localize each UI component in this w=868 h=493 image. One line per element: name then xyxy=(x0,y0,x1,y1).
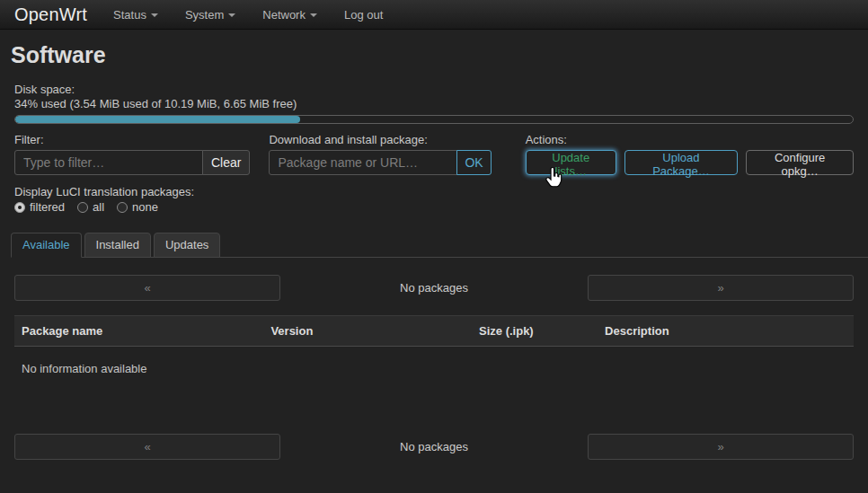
column-package-name: Package name xyxy=(14,324,263,338)
actions-label: Actions: xyxy=(526,133,854,147)
nav-item-system[interactable]: System xyxy=(172,0,249,30)
nav-item-system-label: System xyxy=(185,8,224,22)
tab-updates[interactable]: Updates xyxy=(154,233,220,258)
disk-progress-fill xyxy=(15,116,300,123)
disk-usage-text: 34% used (3.54 MiB used of 10.19 MiB, 6.… xyxy=(14,97,854,111)
ok-button[interactable]: OK xyxy=(456,150,491,175)
translation-section: Display LuCI translation packages: filte… xyxy=(14,185,854,214)
radio-none-label: none xyxy=(132,200,158,214)
pager-prev-button[interactable]: « xyxy=(14,275,280,301)
pager-prev-button[interactable]: « xyxy=(14,434,280,460)
software-page: Software Disk space: 34% used (3.54 MiB … xyxy=(0,41,868,460)
nav-item-network[interactable]: Network xyxy=(249,0,331,30)
chevron-down-icon xyxy=(310,13,317,17)
page-title: Software xyxy=(11,41,854,68)
nav-item-logout[interactable]: Log out xyxy=(331,0,396,30)
disk-space-section: Disk space: 34% used (3.54 MiB used of 1… xyxy=(14,83,854,124)
filter-section: Filter: Clear xyxy=(14,133,250,175)
disk-space-label: Disk space: xyxy=(14,83,854,97)
upload-package-button[interactable]: Upload Package… xyxy=(624,150,739,175)
nav-item-logout-label: Log out xyxy=(344,8,383,22)
clear-button[interactable]: Clear xyxy=(202,150,250,175)
controls-row: Filter: Clear Download and install packa… xyxy=(14,133,854,175)
disk-progress-bar xyxy=(14,115,854,124)
radio-filtered-label: filtered xyxy=(30,200,65,214)
column-size: Size (.ipk) xyxy=(472,324,598,338)
actions-section: Actions: Update lists… Upload Package… C… xyxy=(526,133,854,175)
radio-filtered[interactable]: filtered xyxy=(14,200,65,214)
update-lists-button[interactable]: Update lists… xyxy=(526,150,616,175)
pager-top: « No packages » xyxy=(14,275,854,301)
pager-next-button[interactable]: » xyxy=(588,275,854,301)
column-description: Description xyxy=(598,324,854,338)
pager-status: No packages xyxy=(280,440,588,453)
radio-all-label: all xyxy=(93,200,104,214)
package-table-header: Package name Version Size (.ipk) Descrip… xyxy=(14,315,854,347)
filter-input[interactable] xyxy=(14,150,203,175)
radio-all[interactable]: all xyxy=(77,200,104,214)
nav-item-status-label: Status xyxy=(113,8,146,22)
radio-all-control[interactable] xyxy=(77,202,88,213)
radio-none[interactable]: none xyxy=(117,200,158,214)
radio-none-control[interactable] xyxy=(117,202,128,213)
brand-logo[interactable]: OpenWrt xyxy=(14,4,87,25)
nav-item-network-label: Network xyxy=(262,8,306,22)
tab-available[interactable]: Available xyxy=(11,233,82,258)
translation-label: Display LuCI translation packages: xyxy=(14,185,854,198)
filter-label: Filter: xyxy=(14,133,250,147)
pager-bottom: « No packages » xyxy=(14,434,854,460)
download-label: Download and install package: xyxy=(269,133,491,147)
nav-item-status[interactable]: Status xyxy=(100,0,172,30)
table-empty-message: No information available xyxy=(14,347,854,415)
package-table: Package name Version Size (.ipk) Descrip… xyxy=(14,315,854,415)
chevron-down-icon xyxy=(151,13,158,17)
top-navbar: OpenWrt Status System Network Log out xyxy=(0,0,868,30)
package-url-input[interactable] xyxy=(269,150,457,175)
column-version: Version xyxy=(263,324,472,338)
tab-installed[interactable]: Installed xyxy=(84,233,151,258)
package-tabs: Available Installed Updates xyxy=(11,233,868,258)
download-section: Download and install package: OK xyxy=(269,133,491,175)
configure-opkg-button[interactable]: Configure opkg… xyxy=(746,150,854,175)
pager-status: No packages xyxy=(280,281,588,295)
chevron-down-icon xyxy=(228,13,235,17)
radio-filtered-control[interactable] xyxy=(14,202,25,213)
pager-next-button[interactable]: » xyxy=(588,434,854,460)
